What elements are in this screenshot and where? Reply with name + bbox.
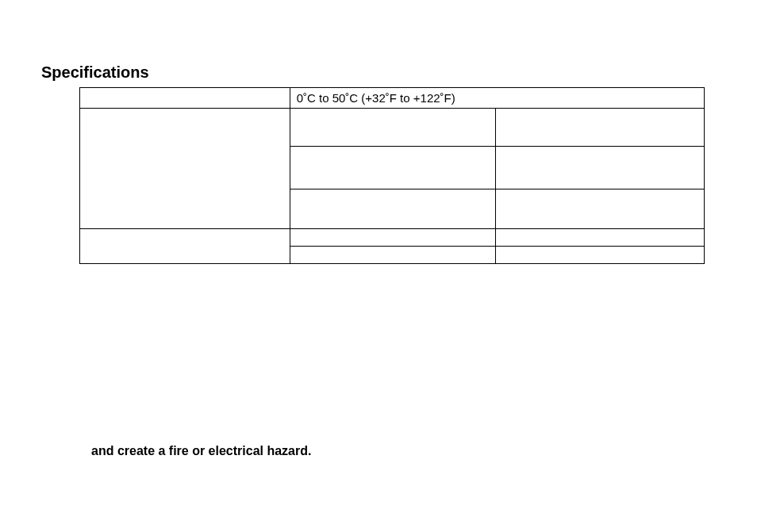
table-row xyxy=(80,229,705,247)
hazard-warning: and create a fire or electrical hazard. xyxy=(91,444,311,458)
cell-value xyxy=(496,229,705,247)
cell-value xyxy=(290,147,496,189)
table-row xyxy=(80,109,705,147)
cell-value xyxy=(496,147,705,189)
cell-value xyxy=(496,247,705,264)
cell-label xyxy=(80,88,290,109)
cell-value xyxy=(496,109,705,147)
cell-label xyxy=(80,229,290,264)
table-row: 0˚C to 50˚C (+32˚F to +122˚F) xyxy=(80,88,705,109)
cell-value xyxy=(290,109,496,147)
cell-value: 0˚C to 50˚C (+32˚F to +122˚F) xyxy=(290,88,704,109)
cell-value xyxy=(496,189,705,229)
page-title: Specifications xyxy=(41,63,149,82)
cell-label xyxy=(80,109,290,229)
specifications-table: 0˚C to 50˚C (+32˚F to +122˚F) xyxy=(79,87,705,264)
cell-value xyxy=(290,229,496,247)
cell-value xyxy=(290,189,496,229)
cell-value xyxy=(290,247,496,264)
